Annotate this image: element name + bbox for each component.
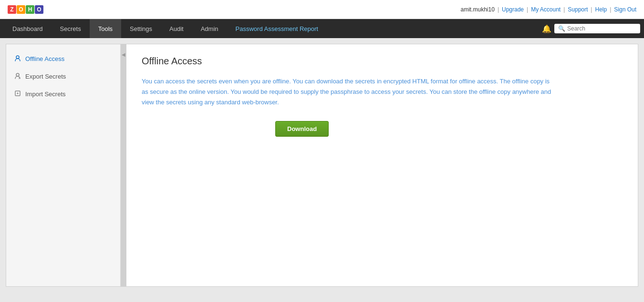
sidebar-import-secrets-label: Import Secrets: [25, 91, 66, 98]
help-link[interactable]: Help: [595, 6, 607, 13]
nav-bar: Dashboard Secrets Tools Settings Audit A…: [0, 19, 644, 38]
content-description: You can access the secrets even when you…: [142, 76, 552, 108]
username: amit.mukhi10: [461, 6, 495, 13]
nav-tools[interactable]: Tools: [90, 19, 121, 38]
nav-dashboard[interactable]: Dashboard: [4, 19, 52, 38]
my-account-link[interactable]: My Account: [531, 6, 561, 13]
logo-o1: O: [17, 5, 25, 14]
svg-point-0: [16, 56, 19, 59]
logo: Z O H O: [8, 5, 43, 14]
nav-audit[interactable]: Audit: [161, 19, 192, 38]
upgrade-link[interactable]: Upgrade: [502, 6, 524, 13]
sidebar-offline-access-label: Offline Access: [25, 55, 64, 62]
search-icon: 🔍: [558, 25, 565, 32]
top-user-info: amit.mukhi10 | Upgrade | My Account | Su…: [461, 6, 636, 13]
logo-box: Z O H O: [8, 5, 43, 14]
nav-admin[interactable]: Admin: [192, 19, 227, 38]
sidebar-item-import-secrets[interactable]: Import Secrets: [6, 85, 120, 103]
support-link[interactable]: Support: [568, 6, 588, 13]
sign-out-link[interactable]: Sign Out: [614, 6, 636, 13]
page-title: Offline Access: [142, 56, 623, 67]
nav-password-assessment[interactable]: Password Assessment Report: [227, 19, 327, 38]
nav-settings[interactable]: Settings: [121, 19, 161, 38]
search-input[interactable]: [567, 25, 636, 32]
sidebar: Offline Access Export Secrets: [6, 44, 121, 286]
export-secrets-icon: [14, 72, 21, 81]
sidebar-item-export-secrets[interactable]: Export Secrets: [6, 68, 120, 85]
bell-icon[interactable]: 🔔: [539, 21, 554, 36]
search-box: 🔍: [554, 24, 640, 33]
offline-access-icon: [14, 55, 21, 63]
logo-z: Z: [8, 5, 16, 14]
sidebar-export-secrets-label: Export Secrets: [25, 73, 66, 80]
logo-h: H: [26, 5, 34, 14]
nav-secrets[interactable]: Secrets: [52, 19, 90, 38]
logo-o2: O: [35, 5, 43, 14]
main-container: Offline Access Export Secrets: [6, 44, 638, 287]
content-area: Offline Access You can access the secret…: [126, 44, 638, 286]
sidebar-collapse-arrow[interactable]: ◀: [121, 44, 126, 286]
sidebar-item-offline-access[interactable]: Offline Access: [6, 50, 120, 68]
import-secrets-icon: [14, 90, 21, 98]
top-bar: Z O H O amit.mukhi10 | Upgrade | My Acco…: [0, 0, 644, 19]
svg-point-1: [16, 73, 19, 76]
download-button[interactable]: Download: [275, 121, 329, 137]
